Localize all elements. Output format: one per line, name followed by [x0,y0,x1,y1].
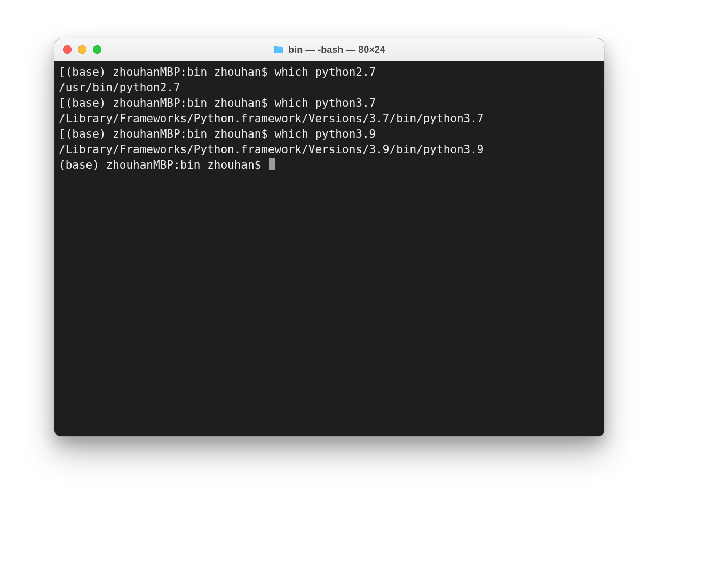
titlebar[interactable]: bin — -bash — 80×24 [54,38,604,61]
terminal-prompt-line: (base) zhouhanMBP:bin zhouhan$ [59,158,600,173]
window-title-container: bin — -bash — 80×24 [54,44,604,56]
traffic-lights [63,45,101,54]
terminal-line: /Library/Frameworks/Python.framework/Ver… [59,111,600,127]
terminal-area[interactable]: [(base) zhouhanMBP:bin zhouhan$ which py… [54,61,604,436]
terminal-line: [(base) zhouhanMBP:bin zhouhan$ which py… [59,127,600,142]
terminal-window: bin — -bash — 80×24 [(base) zhouhanMBP:b… [54,38,604,436]
terminal-line: [(base) zhouhanMBP:bin zhouhan$ which py… [59,65,600,80]
minimize-icon[interactable] [78,45,86,54]
terminal-line: [(base) zhouhanMBP:bin zhouhan$ which py… [59,96,600,111]
zoom-icon[interactable] [93,45,101,54]
close-icon[interactable] [63,45,72,54]
window-title: bin — -bash — 80×24 [288,44,385,56]
folder-icon [273,45,284,54]
cursor-icon [269,158,275,170]
terminal-line: /usr/bin/python2.7 [59,80,600,96]
terminal-line: /Library/Frameworks/Python.framework/Ver… [59,142,600,158]
terminal-prompt: (base) zhouhanMBP:bin zhouhan$ [59,159,268,171]
